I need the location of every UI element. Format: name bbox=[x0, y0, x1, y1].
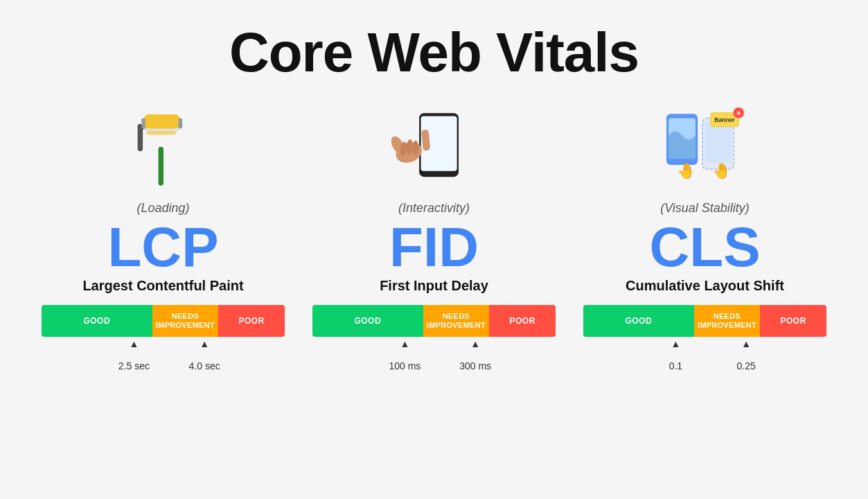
lcp-bar-container: GOOD NEEDSIMPROVEMENT POOR ▲ ▲ 2.5 sec 4… bbox=[42, 305, 285, 381]
lcp-icon bbox=[108, 91, 219, 195]
lcp-name: Largest Contentful Paint bbox=[82, 278, 243, 294]
cls-name: Cumulative Layout Shift bbox=[626, 278, 784, 294]
cls-bar-good: GOOD bbox=[583, 305, 694, 337]
fid-card: (Interactivity) FID First Input Delay GO… bbox=[299, 91, 569, 381]
lcp-val-1: 2.5 sec bbox=[118, 360, 150, 371]
cls-val-2: 0.25 bbox=[737, 360, 756, 371]
cls-acronym: CLS bbox=[650, 220, 761, 275]
fid-icon bbox=[379, 91, 490, 195]
lcp-label-1: ▲ bbox=[129, 338, 139, 349]
svg-rect-0 bbox=[158, 147, 163, 186]
fid-label-2: ▲ bbox=[470, 338, 480, 349]
svg-rect-4 bbox=[144, 114, 179, 129]
cls-bar-poor: POOR bbox=[760, 305, 826, 337]
lcp-bar: GOOD NEEDSIMPROVEMENT POOR bbox=[42, 305, 285, 337]
fid-val-1: 100 ms bbox=[389, 360, 420, 371]
fid-bar-poor: POOR bbox=[489, 305, 556, 337]
fid-value-labels: 100 ms 300 ms bbox=[312, 360, 556, 381]
lcp-card: (Loading) LCP Largest Contentful Paint G… bbox=[28, 91, 299, 381]
lcp-val-2: 4.0 sec bbox=[189, 360, 220, 371]
lcp-label-2: ▲ bbox=[200, 338, 209, 349]
cls-bar: GOOD NEEDSIMPROVEMENT POOR bbox=[583, 305, 826, 337]
cls-category: (Visual Stability) bbox=[660, 201, 750, 216]
cards-container: (Loading) LCP Largest Contentful Paint G… bbox=[0, 91, 868, 381]
lcp-bar-good: GOOD bbox=[42, 305, 152, 337]
cls-icon: Banner × 🤚 🤚 bbox=[650, 91, 761, 195]
fid-val-2: 300 ms bbox=[459, 360, 491, 371]
cls-label-2: ▲ bbox=[741, 338, 751, 349]
svg-rect-20 bbox=[705, 123, 732, 163]
svg-text:×: × bbox=[736, 109, 741, 117]
svg-text:Banner: Banner bbox=[714, 116, 735, 123]
svg-rect-2 bbox=[137, 124, 142, 151]
fid-bar-good: GOOD bbox=[312, 305, 423, 337]
svg-text:🤚: 🤚 bbox=[677, 161, 696, 180]
lcp-bar-needs: NEEDSIMPROVEMENT bbox=[152, 305, 219, 337]
cls-value-labels: 0.1 0.25 bbox=[583, 360, 826, 381]
cls-bar-container: GOOD NEEDSIMPROVEMENT POOR ▲ ▲ 0.1 0.25 bbox=[583, 305, 826, 381]
svg-rect-7 bbox=[146, 131, 175, 135]
cls-labels: ▲ ▲ bbox=[583, 338, 826, 359]
cls-card: Banner × 🤚 🤚 (Visual Stability) CLS Cumu… bbox=[569, 91, 840, 381]
lcp-acronym: LCP bbox=[108, 220, 219, 275]
fid-category: (Interactivity) bbox=[398, 201, 470, 216]
fid-acronym: FID bbox=[389, 220, 479, 275]
svg-rect-5 bbox=[141, 119, 145, 129]
fid-name: First Input Delay bbox=[380, 278, 488, 294]
fid-bar-needs: NEEDSIMPROVEMENT bbox=[423, 305, 490, 337]
page-title: Core Web Vitals bbox=[229, 21, 639, 85]
svg-rect-6 bbox=[178, 119, 182, 129]
lcp-bar-poor: POOR bbox=[218, 305, 285, 337]
svg-rect-16 bbox=[412, 141, 418, 155]
cls-bar-needs: NEEDSIMPROVEMENT bbox=[694, 305, 761, 337]
fid-labels: ▲ ▲ bbox=[312, 338, 556, 359]
fid-bar: GOOD NEEDSIMPROVEMENT POOR bbox=[312, 305, 556, 337]
lcp-category: (Loading) bbox=[136, 201, 189, 216]
lcp-value-labels: 2.5 sec 4.0 sec bbox=[42, 360, 285, 381]
fid-label-1: ▲ bbox=[400, 338, 409, 349]
svg-text:🤚: 🤚 bbox=[711, 161, 731, 180]
fid-bar-container: GOOD NEEDSIMPROVEMENT POOR ▲ ▲ 100 ms 30… bbox=[312, 305, 556, 381]
cls-val-1: 0.1 bbox=[669, 360, 682, 371]
cls-label-1: ▲ bbox=[671, 338, 680, 349]
lcp-labels: ▲ ▲ bbox=[42, 338, 285, 359]
